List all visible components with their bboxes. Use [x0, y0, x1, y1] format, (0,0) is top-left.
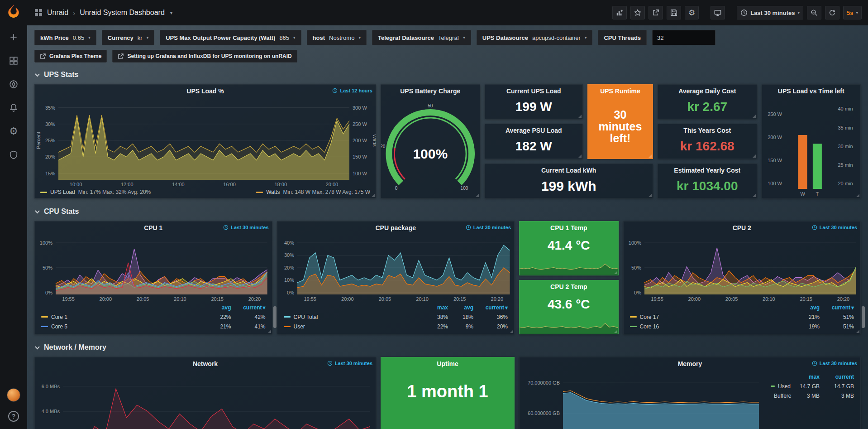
legend-sort-avg[interactable]: avg [202, 304, 231, 311]
dashboards-icon[interactable] [8, 55, 19, 66]
variable-currency[interactable]: Currency kr ▾ [102, 30, 154, 45]
variable-ups-max-output[interactable]: UPS Max Output Power Capacity (Watt) 865… [160, 30, 301, 45]
legend-row[interactable]: User 22%9%20% [284, 322, 508, 331]
panel-title[interactable]: Current Load kWh [541, 167, 596, 174]
explore-compass-icon[interactable] [8, 79, 19, 90]
panel-title[interactable]: UPS Battery Charge [400, 87, 460, 95]
panel-average-psu-load: Average PSU Load 182 W [485, 124, 583, 159]
cpu-package-chart[interactable]: 0%10%20%30%40%19:5520:0020:0520:1020:152… [277, 234, 515, 303]
cpu1-chart[interactable]: 0%50%100%19:5520:0020:0520:1020:1520:20 [35, 234, 272, 303]
panel-title[interactable]: CPU 1 [144, 224, 162, 231]
legend-row[interactable]: Buffered 3 MB3 MB [771, 391, 854, 400]
legend-row[interactable]: Core 17 21%51% [630, 312, 854, 322]
panel-time-badge[interactable]: Last 12 hours [332, 88, 372, 93]
legend-row[interactable]: Core 16 19%51% [630, 322, 854, 331]
legend-sort-avg[interactable]: avg [791, 304, 820, 311]
panel-title[interactable]: UPS Load vs Time left [778, 87, 844, 95]
user-avatar[interactable] [7, 388, 20, 402]
variable-ups-datasource[interactable]: UPS Datasource apcupsd-container ▾ [477, 30, 593, 45]
breadcrumb-folder[interactable]: Unraid [47, 9, 68, 17]
share-button[interactable] [649, 6, 663, 19]
legend-color-dash [41, 326, 48, 327]
alerting-bell-icon[interactable] [8, 102, 19, 113]
apps-grid-icon[interactable] [34, 9, 43, 17]
legend-row[interactable]: Used 14.7 GB14.7 GB [771, 381, 854, 391]
refresh-button[interactable] [825, 6, 839, 19]
panel-ups-runtime: UPS Runtime 30 minutes left! [587, 84, 653, 159]
panel-time-badge[interactable]: Last 30 minutes [327, 361, 372, 366]
star-button[interactable] [630, 6, 645, 19]
legend-sort-current[interactable]: current▾ [473, 304, 508, 311]
panel-title[interactable]: Memory [678, 360, 702, 367]
legend-scrollbar[interactable] [862, 306, 865, 328]
panel-title[interactable]: UPS Load % [186, 87, 224, 95]
panel-title[interactable]: Network [193, 360, 218, 367]
panel-time-badge[interactable]: Last 30 minutes [466, 225, 511, 230]
ups-load-chart[interactable]: 15%20%25%30%35%100 W150 W200 W250 W300 W… [35, 97, 376, 188]
panel-title[interactable]: Average Daily Cost [678, 87, 736, 95]
ups-stats-row: UPS Load % Last 12 hours 15%20%25%30%35%… [34, 84, 861, 198]
ups-bar-gauge[interactable]: 100 W150 W200 W250 W20 min25 min30 min35… [762, 97, 861, 198]
section-cpu-stats[interactable]: CPU Stats [34, 205, 861, 218]
legend-row[interactable]: Core 5 21%41% [41, 322, 266, 331]
legend-sort-current[interactable]: current▾ [820, 304, 854, 311]
panel-cpu1: CPU 1 Last 30 minutes 0%50%100%19:5520:0… [34, 221, 272, 334]
variable-host[interactable]: host Nostromo ▾ [307, 30, 367, 45]
svg-text:20%: 20% [45, 154, 55, 159]
link-grafana-plex-theme[interactable]: Grafana Plex Theme [34, 50, 107, 63]
panel-title[interactable]: UPS Runtime [600, 87, 640, 95]
cpu-package-legend: maxavgcurrent▾ CPU Total 38%18%36% User … [277, 303, 515, 334]
legend-sort-max[interactable]: max [791, 374, 820, 380]
panel-title[interactable]: Current UPS Load [506, 87, 561, 95]
panel-title[interactable]: Average PSU Load [506, 127, 562, 134]
panel-title[interactable]: CPU 2 Temp [550, 283, 587, 290]
battery-gauge[interactable]: 02050100100% [381, 97, 480, 198]
panel-time-badge[interactable]: Last 30 minutes [812, 225, 857, 230]
section-network-memory[interactable]: Network / Memory [34, 341, 861, 354]
variable-telegraf-datasource[interactable]: Telegraf Datasource Telegraf ▾ [372, 30, 471, 45]
settings-gear-button[interactable]: ⚙ [685, 6, 699, 19]
legend-sort-current[interactable]: current▾ [231, 304, 266, 311]
panel-title[interactable]: Estimated Yearly Cost [674, 167, 740, 174]
link-ups-monitoring-guide[interactable]: Setting up Grafana and InfluxDB for UPS … [112, 50, 297, 63]
cycle-view-monitor-button[interactable] [711, 6, 725, 19]
create-plus-icon[interactable] [8, 32, 19, 43]
svg-text:4.0 MBs: 4.0 MBs [42, 409, 60, 414]
refresh-interval-picker[interactable]: 5s ▾ [843, 6, 862, 19]
time-range-picker[interactable]: Last 30 minutes ▾ [737, 6, 803, 19]
panel-ups-load-vs-time: UPS Load vs Time left 100 W150 W200 W250… [762, 84, 861, 198]
panel-time-badge[interactable]: Last 30 minutes [223, 225, 268, 230]
configuration-gear-icon[interactable]: ⚙ [8, 126, 19, 137]
save-button[interactable] [667, 6, 681, 19]
add-panel-button[interactable] [612, 6, 627, 19]
memory-chart[interactable]: 50.000000 GB60.000000 GB70.000000 GB19:5… [520, 370, 764, 429]
cpu2-chart[interactable]: 0%50%100%19:5520:0020:0520:1020:1520:20 [624, 234, 861, 303]
panel-title[interactable]: CPU 2 [733, 224, 751, 231]
panel-time-badge[interactable]: Last 30 minutes [812, 361, 857, 366]
panel-title[interactable]: Uptime [437, 360, 458, 367]
legend-sort-avg[interactable]: avg [448, 304, 473, 311]
legend-item[interactable]: Watts Min: 148 W Max: 278 W Avg: 175 W [256, 189, 370, 195]
panel-title[interactable]: CPU 1 Temp [550, 224, 587, 231]
zoom-out-button[interactable] [807, 6, 821, 19]
panel-title[interactable]: CPU package [376, 224, 416, 231]
section-ups-stats[interactable]: UPS Stats [34, 68, 861, 82]
dashboard-title-caret-icon[interactable]: ▾ [170, 10, 173, 16]
network-chart[interactable]: 2.0 MBs4.0 MBs6.0 MBs19:5520:0020:0520:1… [35, 370, 376, 429]
variable-kwh-price[interactable]: kWh Price 0.65 ▾ [34, 30, 96, 45]
legend-row[interactable]: CPU Total 38%18%36% [284, 312, 508, 322]
svg-text:20:15: 20:15 [453, 296, 466, 302]
legend-scrollbar[interactable] [273, 306, 277, 328]
panel-this-years-cost: This Years Cost kr 162.68 [658, 124, 757, 159]
legend-sort-current[interactable]: current [820, 374, 854, 380]
legend-row[interactable]: Core 1 22%42% [41, 312, 266, 322]
legend-sort-max[interactable]: max [423, 304, 448, 311]
cpu-threads-input[interactable] [652, 30, 715, 45]
help-icon[interactable]: ? [8, 411, 19, 422]
grafana-logo-icon[interactable] [5, 4, 22, 20]
legend-item[interactable]: UPS Load Min: 17% Max: 32% Avg: 20% [40, 189, 151, 195]
dashboard-title[interactable]: Unraid System Dashboard [80, 9, 165, 17]
cpu1-legend: avgcurrent▾ Core 1 22%42% Core 5 21%41% [35, 303, 272, 334]
panel-title[interactable]: This Years Cost [683, 127, 731, 134]
server-admin-shield-icon[interactable] [8, 149, 19, 160]
